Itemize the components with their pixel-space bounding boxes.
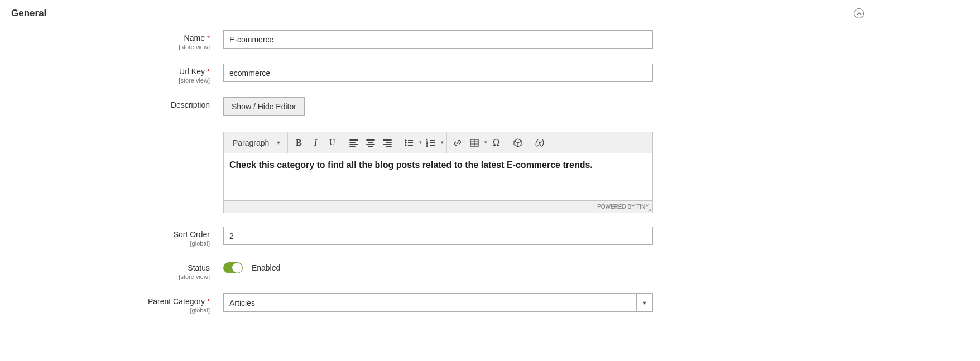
toggle-knob: [232, 263, 242, 273]
urlkey-scope: [store view]: [11, 77, 210, 84]
status-toggle[interactable]: [223, 262, 243, 273]
name-input[interactable]: [223, 30, 653, 49]
svg-point-1: [405, 142, 407, 143]
name-label: Name: [184, 33, 205, 42]
description-label: Description: [171, 100, 210, 109]
section-title: General: [11, 8, 46, 19]
toggle-editor-button[interactable]: Show / Hide Editor: [223, 97, 305, 116]
chevron-down-icon[interactable]: ▼: [418, 140, 422, 145]
required-star: *: [207, 297, 210, 306]
table-icon[interactable]: [466, 134, 483, 151]
status-state: Enabled: [252, 263, 280, 272]
numbered-list-icon[interactable]: 123: [422, 134, 439, 151]
align-center-icon[interactable]: [362, 134, 379, 151]
link-icon[interactable]: [449, 134, 466, 151]
sortorder-scope: [global]: [11, 240, 210, 247]
svg-point-2: [405, 144, 407, 146]
sortorder-label: Sort Order: [174, 230, 210, 239]
format-select-label: Paragraph: [233, 138, 269, 147]
resize-handle[interactable]: [646, 206, 652, 212]
sortorder-input[interactable]: [223, 227, 653, 245]
status-scope: [store view]: [11, 273, 210, 280]
bullet-list-icon[interactable]: [401, 134, 417, 151]
required-star: *: [207, 34, 210, 42]
widget-icon[interactable]: [510, 134, 526, 151]
wysiwyg-editor: Paragraph ▼ B I U ▼ 123: [223, 132, 653, 213]
align-right-icon[interactable]: [379, 134, 396, 151]
status-label: Status: [188, 263, 210, 272]
chevron-down-icon[interactable]: ▼: [440, 140, 444, 145]
bold-icon[interactable]: B: [290, 134, 307, 151]
parent-select[interactable]: Articles: [223, 293, 637, 312]
svg-text:3: 3: [426, 144, 428, 147]
editor-toolbar: Paragraph ▼ B I U ▼ 123: [224, 132, 652, 153]
collapse-icon[interactable]: [854, 8, 864, 18]
align-left-icon[interactable]: [345, 134, 362, 151]
underline-icon[interactable]: U: [324, 134, 340, 151]
italic-icon[interactable]: I: [307, 134, 324, 151]
name-scope: [store view]: [11, 44, 210, 50]
parent-select-value: Articles: [229, 299, 255, 307]
format-select[interactable]: Paragraph ▼: [228, 134, 285, 151]
editor-body[interactable]: Check this category to find all the blog…: [224, 153, 652, 200]
parent-scope: [global]: [11, 307, 210, 314]
special-char-icon[interactable]: Ω: [488, 134, 505, 151]
editor-powered-by: POWERED BY TINY: [597, 204, 649, 210]
chevron-down-icon[interactable]: ▼: [483, 140, 488, 145]
parent-label: Parent Category: [148, 297, 205, 306]
urlkey-input[interactable]: [223, 64, 653, 82]
variable-icon[interactable]: (x): [531, 134, 548, 151]
urlkey-label: Url Key: [179, 67, 205, 76]
chevron-down-icon: ▼: [276, 140, 281, 146]
chevron-down-icon[interactable]: ▼: [636, 293, 653, 312]
editor-content: Check this category to find all the blog…: [229, 160, 593, 170]
required-star: *: [207, 68, 210, 76]
svg-point-0: [405, 139, 407, 141]
editor-footer: POWERED BY TINY: [224, 200, 652, 213]
